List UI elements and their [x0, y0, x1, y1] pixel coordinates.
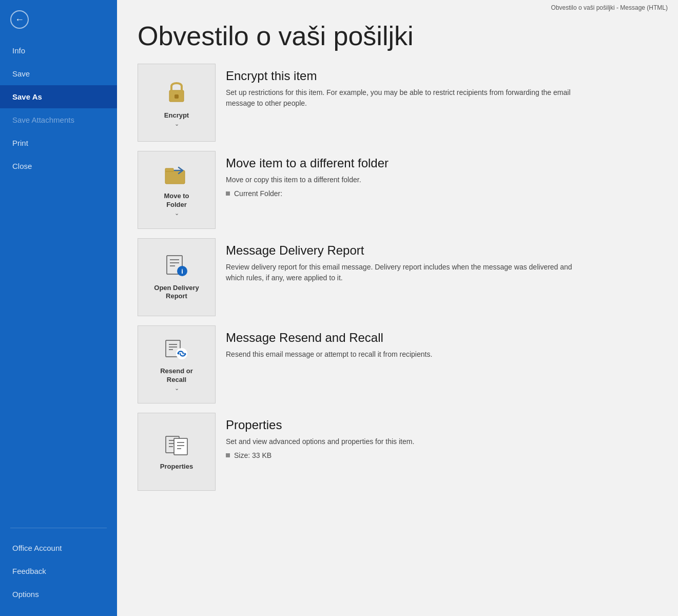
sidebar-back-area: ← [0, 0, 117, 34]
svg-rect-2 [165, 170, 185, 184]
encrypt-label: Encrypt [164, 111, 189, 120]
breadcrumb: Obvestilo o vaši pošiljki - Message (HTM… [551, 4, 668, 11]
sidebar-item-close[interactable]: Close [0, 155, 117, 178]
cards-area: Encrypt ⌄ Encrypt this item Set up restr… [117, 64, 678, 521]
resend-recall-title: Message Resend and Recall [226, 331, 647, 345]
sidebar-divider [10, 528, 107, 528]
delivery-report-description: Review delivery report for this email me… [226, 262, 575, 283]
resend-recall-description: Resend this email message or attempt to … [226, 349, 575, 360]
sidebar: ← Info Save Save As Save Attachments Pri… [0, 0, 117, 616]
resend-recall-info: Message Resend and Recall Resend this em… [216, 325, 657, 365]
resend-recall-chevron: ⌄ [175, 384, 179, 392]
move-folder-label: Move toFolder [164, 192, 189, 209]
encrypt-button[interactable]: Encrypt ⌄ [138, 64, 216, 142]
delivery-report-row: i Open DeliveryReport Message Delivery R… [138, 238, 657, 316]
sidebar-item-office-account[interactable]: Office Account [0, 536, 117, 560]
encrypt-chevron: ⌄ [175, 120, 179, 127]
sidebar-item-print[interactable]: Print [0, 131, 117, 155]
move-folder-title: Move item to a different folder [226, 156, 647, 170]
properties-row: Properties Properties Set and view advan… [138, 413, 657, 491]
resend-recall-label: Resend orRecall [160, 367, 193, 384]
sidebar-item-options[interactable]: Options [0, 583, 117, 606]
top-bar: Obvestilo o vaši pošiljki - Message (HTM… [117, 0, 678, 15]
encrypt-row: Encrypt ⌄ Encrypt this item Set up restr… [138, 64, 657, 142]
sidebar-item-save-as[interactable]: Save As [0, 85, 117, 108]
current-folder-label: Current Folder: [234, 189, 282, 198]
delivery-report-title: Message Delivery Report [226, 243, 647, 258]
properties-detail: Size: 33 KB [226, 451, 647, 459]
back-button[interactable]: ← [10, 10, 29, 29]
detail-bullet [226, 191, 230, 196]
move-folder-detail: Current Folder: [226, 189, 647, 198]
properties-icon [164, 432, 189, 458]
encrypt-description: Set up restrictions for this item. For e… [226, 87, 575, 109]
sidebar-bottom: Office Account Feedback Options [0, 536, 117, 616]
properties-label: Properties [160, 463, 193, 471]
properties-description: Set and view advanced options and proper… [226, 436, 575, 447]
properties-title: Properties [226, 418, 647, 432]
sidebar-nav: Info Save Save As Save Attachments Print… [0, 39, 117, 616]
delivery-report-label: Open DeliveryReport [154, 284, 199, 301]
move-folder-button[interactable]: Move toFolder ⌄ [138, 151, 216, 229]
main-content: Obvestilo o vaši pošiljki - Message (HTM… [117, 0, 678, 616]
delivery-report-button[interactable]: i Open DeliveryReport [138, 238, 216, 316]
svg-rect-3 [165, 168, 173, 171]
svg-text:i: i [181, 267, 183, 275]
resend-recall-row: Resend orRecall ⌄ Message Resend and Rec… [138, 325, 657, 403]
svg-rect-1 [175, 94, 179, 99]
move-folder-description: Move or copy this item to a different fo… [226, 175, 575, 185]
delivery-report-info: Message Delivery Report Review delivery … [216, 238, 657, 288]
resend-recall-button[interactable]: Resend orRecall ⌄ [138, 325, 216, 403]
size-label: Size: 33 KB [234, 451, 272, 459]
folder-move-icon [163, 163, 190, 188]
move-folder-info: Move item to a different folder Move or … [216, 151, 657, 203]
sidebar-item-info[interactable]: Info [0, 39, 117, 62]
properties-button[interactable]: Properties [138, 413, 216, 491]
detail-bullet-props [226, 453, 230, 457]
move-folder-row: Move toFolder ⌄ Move item to a different… [138, 151, 657, 229]
move-folder-chevron: ⌄ [175, 209, 179, 217]
encrypt-info: Encrypt this item Set up restrictions fo… [216, 64, 657, 114]
encrypt-title: Encrypt this item [226, 69, 647, 83]
sidebar-item-save[interactable]: Save [0, 62, 117, 85]
svg-rect-21 [174, 438, 187, 455]
properties-info: Properties Set and view advanced options… [216, 413, 657, 465]
delivery-report-icon: i [164, 254, 189, 280]
lock-icon [164, 78, 189, 107]
sidebar-item-save-attachments: Save Attachments [0, 108, 117, 131]
sidebar-item-feedback[interactable]: Feedback [0, 560, 117, 583]
page-title: Obvestilo o vaši pošiljki [117, 15, 678, 64]
resend-recall-icon [164, 337, 189, 363]
